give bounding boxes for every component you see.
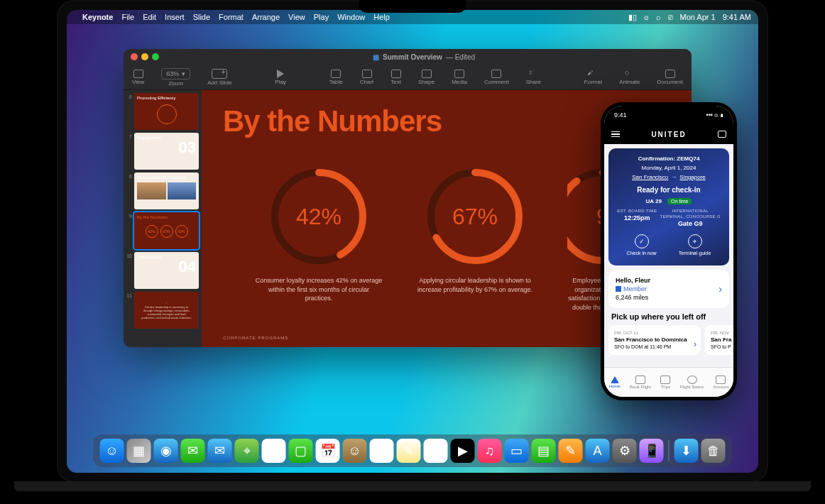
menu-arrange[interactable]: Arrange <box>252 13 280 21</box>
dock-separator <box>669 440 670 461</box>
dock-facetime[interactable]: ▢ <box>289 439 313 463</box>
menu-play[interactable]: Play <box>314 13 329 21</box>
menu-window[interactable]: Window <box>337 13 365 21</box>
toolbar-share[interactable]: ⇧Share <box>526 70 541 85</box>
dock-reminders[interactable]: ☑ <box>370 439 394 463</box>
dock-trash[interactable]: 🗑 <box>701 439 726 463</box>
trip-date: FRI, NOV <box>711 331 733 335</box>
trip-detail: SFO to DOM at 11:40 PM <box>614 344 695 349</box>
wifi-icon[interactable]: ⌾ <box>644 13 649 21</box>
dock-freeform[interactable]: ✎ <box>424 439 448 463</box>
slide-thumb-10[interactable]: 10Collaboration04 <box>126 252 199 289</box>
slide-thumb-7[interactable]: 7Engagement03 <box>126 133 199 170</box>
dock-appstore[interactable]: A <box>586 439 610 463</box>
menu-file[interactable]: File <box>121 13 134 21</box>
fullscreen-button[interactable] <box>152 53 159 60</box>
dock-safari[interactable]: ◉ <box>154 439 178 463</box>
control-center-icon[interactable]: ⎚ <box>668 13 673 21</box>
dock-maps[interactable]: ⌖ <box>235 439 259 463</box>
dock-finder[interactable]: ☺ <box>100 439 124 463</box>
trip-route: San Fra <box>711 336 733 343</box>
toolbar-animate[interactable]: ◇Animate <box>619 70 640 85</box>
slide-thumb-8[interactable]: 8Communication Channels <box>126 172 199 209</box>
dock-messages[interactable]: ✉ <box>181 439 205 463</box>
dock-downloads[interactable]: ⬇ <box>674 439 699 463</box>
cart-icon[interactable] <box>718 131 726 138</box>
clock-icon <box>687 376 697 384</box>
toolbar-document[interactable]: Document <box>657 70 683 85</box>
tab-trips[interactable]: Trips <box>660 376 670 389</box>
iphone-status-icons: ••• ⌾ ▮ <box>706 111 723 119</box>
hamburger-icon[interactable] <box>611 131 620 138</box>
slide-thumb-9[interactable]: 9By the Numbers42%67%92% <box>126 212 199 249</box>
dock-calendar[interactable]: 📅 <box>316 439 340 463</box>
confirmation-number: Confirmation: ZEMQ74 <box>616 155 722 162</box>
app-header: UNITED <box>604 124 733 144</box>
toolbar-view[interactable]: View <box>132 70 144 85</box>
plane-icon <box>635 376 645 384</box>
toolbar-format[interactable]: 🖌Format <box>584 70 602 85</box>
boarding-pass-card[interactable]: Confirmation: ZEMQ74 Monday, April 1, 20… <box>608 148 729 265</box>
dock-tv[interactable]: ▶︎ <box>451 439 475 463</box>
menu-format[interactable]: Format <box>219 13 244 21</box>
iphone-mirror-window[interactable]: 9:41 ••• ⌾ ▮ UNITED Confirmation: ZEMQ74… <box>601 102 737 400</box>
dock-music[interactable]: ♫ <box>478 439 502 463</box>
tab-bar: Home Book Flight Trips Flight Status Acc… <box>604 367 733 397</box>
menubar-time[interactable]: 9:41 AM <box>723 13 751 21</box>
dock-keynote[interactable]: ▭ <box>505 439 529 463</box>
toolbar-play[interactable]: Play <box>275 70 286 85</box>
traffic-lights <box>131 53 159 60</box>
menu-slide[interactable]: Slide <box>193 13 210 21</box>
trip-card[interactable]: FRI, NOV San Fra SFO to P <box>705 325 733 355</box>
app-menu[interactable]: Keynote <box>82 13 113 21</box>
toolbar-add-slide[interactable]: Add Slide <box>207 69 231 86</box>
dock-numbers[interactable]: ▤ <box>532 439 556 463</box>
toolbar-chart[interactable]: Chart <box>360 70 374 85</box>
slide-thumb-6[interactable]: 6Promoting Efficiency <box>126 93 199 130</box>
slide-thumb-11[interactable]: 11"Circular leadership is necessary toth… <box>126 292 199 329</box>
menu-help[interactable]: Help <box>373 13 390 21</box>
dock-pages[interactable]: ✎ <box>559 439 583 463</box>
toolbar-media[interactable]: Media <box>452 70 467 85</box>
iphone-time: 9:41 <box>614 111 627 119</box>
dock-launchpad[interactable]: ▦ <box>127 439 151 463</box>
dock-mirror[interactable]: 📱 <box>640 439 664 463</box>
tab-status[interactable]: Flight Status <box>680 376 704 389</box>
close-button[interactable] <box>131 53 138 60</box>
profile-card[interactable]: Hello, Fleur Member 6,246 miles › <box>608 270 729 308</box>
document-title: ▦ Summit Overview — Edited <box>373 53 475 61</box>
slide-footer: CORPORATE PROGRAMS <box>223 336 288 340</box>
macbook-frame: Keynote File Edit Insert Slide Format Ar… <box>57 0 768 483</box>
slide-navigator[interactable]: 6Promoting Efficiency 7Engagement03 8Com… <box>124 90 202 347</box>
search-icon[interactable]: ⌕ <box>656 13 661 21</box>
menu-insert[interactable]: Insert <box>165 13 185 21</box>
toolbar-shape[interactable]: Shape <box>418 70 435 85</box>
window-titlebar[interactable]: ▦ Summit Overview — Edited <box>124 49 692 65</box>
checkin-status: Ready for check-in <box>616 186 722 194</box>
iphone-statusbar: 9:41 ••• ⌾ ▮ <box>604 106 733 124</box>
battery-icon[interactable]: ▮▯ <box>628 13 637 22</box>
menubar-date[interactable]: Mon Apr 1 <box>680 13 716 21</box>
chevron-right-icon: › <box>719 283 722 295</box>
toolbar-zoom[interactable]: 63%▾Zoom <box>161 68 190 87</box>
gate-info: INTERNATIONALTERMINAL, CONCOURSE GGate G… <box>660 209 721 227</box>
home-icon <box>611 376 619 383</box>
dock-mail[interactable]: ✉ <box>208 439 232 463</box>
dock-notes[interactable]: ✎ <box>397 439 421 463</box>
trip-card[interactable]: FRI, OCT 11 San Francisco to Dominica SF… <box>608 325 701 355</box>
tab-book[interactable]: Book Flight <box>630 376 651 389</box>
trips-carousel[interactable]: FRI, OCT 11 San Francisco to Dominica SF… <box>604 325 733 355</box>
dock-contacts[interactable]: ☺ <box>343 439 367 463</box>
tab-account[interactable]: Account <box>714 376 729 389</box>
dock-photos[interactable]: ✿ <box>262 439 286 463</box>
tab-home[interactable]: Home <box>609 376 621 388</box>
toolbar-text[interactable]: Text <box>390 70 401 85</box>
toolbar-comment[interactable]: Comment <box>484 70 509 85</box>
menu-view[interactable]: View <box>288 13 305 21</box>
minimize-button[interactable] <box>141 53 148 60</box>
checkin-button[interactable]: ✓Check in now <box>627 234 657 256</box>
menu-edit[interactable]: Edit <box>143 13 156 21</box>
toolbar-table[interactable]: Table <box>329 70 343 85</box>
dock-settings[interactable]: ⚙ <box>613 439 637 463</box>
terminal-guide-button[interactable]: ⌖Terminal guide <box>679 234 711 256</box>
